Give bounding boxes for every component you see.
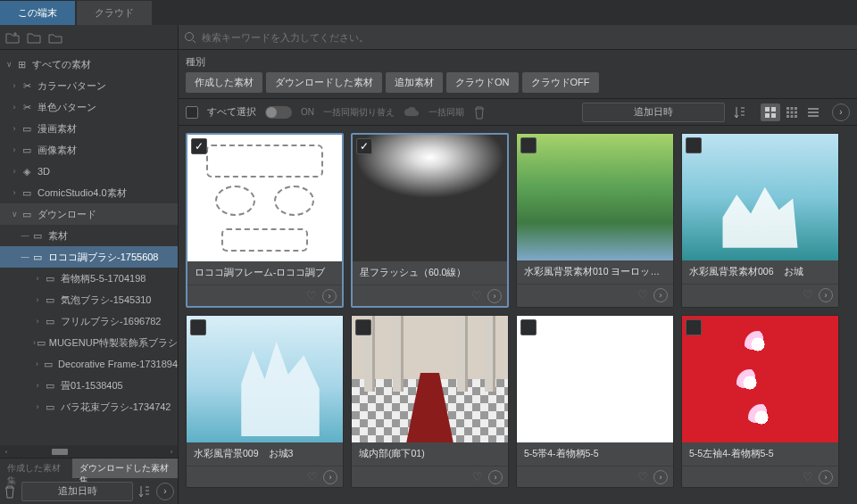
asset-card[interactable]: 星フラッシュ（60.0線） ♡› bbox=[351, 133, 509, 308]
detail-button[interactable]: › bbox=[488, 470, 503, 484]
asset-card[interactable]: 5-5左袖4-着物柄5-5 ♡› bbox=[681, 315, 839, 488]
card-title: 5-5左袖4-着物柄5-5 bbox=[682, 442, 838, 466]
sidebar: ∨⊞すべての素材 ›✂カラーパターン ›✂単色パターン ›▭漫画素材 ›▭画像素… bbox=[0, 25, 179, 504]
tree-item[interactable]: ›✂カラーパターン bbox=[0, 75, 178, 96]
heart-icon[interactable]: ♡ bbox=[637, 470, 648, 483]
asset-card[interactable]: 水彩風背景009 お城3 ♡› bbox=[186, 315, 344, 488]
filter-chip[interactable]: ダウンロードした素材 bbox=[266, 72, 382, 93]
asset-card[interactable]: 水彩風背景素材006 お城 ♡› bbox=[681, 133, 839, 308]
tree-item[interactable]: ›▭バラ花束ブラシ-1734742 bbox=[0, 396, 178, 417]
view-small-icon[interactable] bbox=[782, 103, 802, 121]
sort-az-icon[interactable] bbox=[734, 105, 746, 120]
view-list-icon[interactable] bbox=[803, 103, 823, 121]
tree-item[interactable]: ›▭畳01-1538405 bbox=[0, 375, 178, 396]
tree-item[interactable]: ›▭画像素材 bbox=[0, 139, 178, 161]
thumbnail bbox=[352, 316, 508, 442]
folder-open-icon[interactable] bbox=[48, 31, 62, 44]
cloud-icon bbox=[404, 107, 420, 118]
tree-item[interactable]: ›▭ComicStudio4.0素材 bbox=[0, 182, 178, 203]
asset-card[interactable]: 城内部(廊下01) ♡› bbox=[351, 315, 509, 488]
search-input[interactable] bbox=[202, 32, 852, 43]
sort-button[interactable]: 追加日時 bbox=[582, 103, 725, 122]
svg-rect-11 bbox=[786, 115, 789, 118]
tree-item[interactable]: ›▭Decorative Frame-1731894 bbox=[0, 353, 178, 375]
new-folder-icon[interactable] bbox=[5, 31, 20, 44]
view-mode-group bbox=[761, 103, 823, 121]
tree-hscroll[interactable]: ‹› bbox=[0, 445, 178, 458]
detail-button[interactable]: › bbox=[487, 289, 502, 303]
card-checkbox[interactable] bbox=[686, 137, 702, 153]
filter-chip[interactable]: クラウドON bbox=[446, 72, 519, 93]
heart-icon[interactable]: ♡ bbox=[471, 289, 482, 302]
asset-card[interactable]: 水彩風背景素材010 ヨーロッパの街2 ♡› bbox=[516, 133, 674, 308]
tree-item[interactable]: ›▭漫画素材 bbox=[0, 118, 178, 139]
heart-icon[interactable]: ♡ bbox=[306, 289, 317, 302]
tree-item[interactable]: ›◈3D bbox=[0, 161, 178, 182]
detail-button[interactable]: › bbox=[653, 470, 668, 484]
svg-rect-1 bbox=[765, 107, 770, 112]
thumbnail bbox=[682, 134, 838, 260]
asset-card[interactable]: ロココ調フレーム-ロココ調ブ ♡› bbox=[186, 133, 344, 308]
tree-item[interactable]: ›▭着物柄5-5-1704198 bbox=[0, 268, 178, 289]
card-checkbox[interactable] bbox=[356, 138, 372, 154]
tab-local[interactable]: この端末 bbox=[0, 1, 75, 25]
tree-item[interactable]: ›▭MUGENUP特製装飾系ブラシ bbox=[0, 332, 178, 353]
trash-icon[interactable] bbox=[4, 484, 16, 499]
tree-item[interactable]: ›▭気泡ブラシ-1545310 bbox=[0, 289, 178, 310]
next-button[interactable]: › bbox=[156, 483, 174, 500]
tree-item[interactable]: ›▭フリルブラシ-1696782 bbox=[0, 310, 178, 332]
heart-icon[interactable]: ♡ bbox=[803, 288, 813, 302]
heart-icon[interactable]: ♡ bbox=[472, 470, 483, 483]
thumbnail bbox=[682, 316, 838, 442]
tree-item[interactable]: ›✂単色パターン bbox=[0, 96, 178, 118]
cloud-toggle[interactable] bbox=[265, 106, 292, 119]
tree-root[interactable]: ∨⊞すべての素材 bbox=[0, 54, 178, 75]
detail-button[interactable]: › bbox=[322, 289, 337, 303]
card-checkbox[interactable] bbox=[190, 319, 206, 335]
tree-download[interactable]: ∨▭ダウンロード bbox=[0, 203, 178, 225]
view-large-icon[interactable] bbox=[761, 103, 780, 121]
card-checkbox[interactable] bbox=[686, 319, 702, 335]
tree-item[interactable]: —▭素材 bbox=[0, 225, 178, 246]
sidebar-sort-button[interactable]: 追加日時 bbox=[21, 482, 133, 501]
trash-icon[interactable] bbox=[473, 105, 486, 120]
detail-button[interactable]: › bbox=[323, 470, 337, 484]
toggle-on-label: ON bbox=[301, 107, 314, 117]
filter-chip[interactable]: 作成した素材 bbox=[186, 72, 262, 93]
subtab-created[interactable]: 作成した素材集 bbox=[0, 459, 72, 478]
tree-item-selected[interactable]: —▭ロココ調ブラシ-1755608 bbox=[0, 246, 178, 268]
card-title: 水彩風背景009 お城3 bbox=[187, 442, 343, 466]
thumbnail bbox=[517, 316, 673, 442]
heart-icon[interactable]: ♡ bbox=[803, 470, 813, 483]
asset-grid: ロココ調フレーム-ロココ調ブ ♡› 星フラッシュ（60.0線） ♡› 水彩風背景… bbox=[179, 126, 857, 504]
svg-rect-9 bbox=[791, 111, 794, 113]
card-checkbox[interactable] bbox=[520, 319, 537, 335]
tab-cloud[interactable]: クラウド bbox=[77, 1, 152, 25]
svg-rect-2 bbox=[771, 107, 776, 112]
svg-rect-5 bbox=[786, 107, 789, 110]
asset-card[interactable]: 5-5帯4-着物柄5-5 ♡› bbox=[516, 315, 674, 488]
subtab-downloaded[interactable]: ダウンロードした素材集 bbox=[72, 459, 178, 478]
sort-az-icon[interactable] bbox=[138, 484, 151, 499]
svg-rect-6 bbox=[791, 107, 794, 110]
detail-button[interactable]: › bbox=[819, 470, 833, 484]
detail-button[interactable]: › bbox=[819, 288, 833, 302]
detail-button[interactable]: › bbox=[653, 288, 668, 302]
content-next-button[interactable]: › bbox=[832, 103, 850, 121]
filter-chip[interactable]: 追加素材 bbox=[386, 72, 443, 93]
card-checkbox[interactable] bbox=[520, 137, 537, 153]
heart-icon[interactable]: ♡ bbox=[637, 288, 648, 302]
folder-up-icon[interactable] bbox=[27, 31, 41, 44]
heart-icon[interactable]: ♡ bbox=[307, 470, 318, 483]
tree-root-label: すべての素材 bbox=[32, 58, 91, 71]
card-title: 水彩風背景素材010 ヨーロッパの街2 bbox=[517, 260, 673, 284]
sync-all-label: 一括同期 bbox=[428, 106, 464, 119]
card-title: 城内部(廊下01) bbox=[352, 442, 508, 466]
card-checkbox[interactable] bbox=[355, 319, 371, 335]
select-all-checkbox[interactable] bbox=[186, 106, 198, 119]
filter-label: 種別 bbox=[186, 55, 850, 69]
sidebar-toolbar bbox=[0, 25, 178, 50]
filter-chip[interactable]: クラウドOFF bbox=[522, 72, 599, 93]
card-checkbox[interactable] bbox=[191, 138, 207, 154]
card-title: ロココ調フレーム-ロココ調ブ bbox=[187, 261, 342, 285]
